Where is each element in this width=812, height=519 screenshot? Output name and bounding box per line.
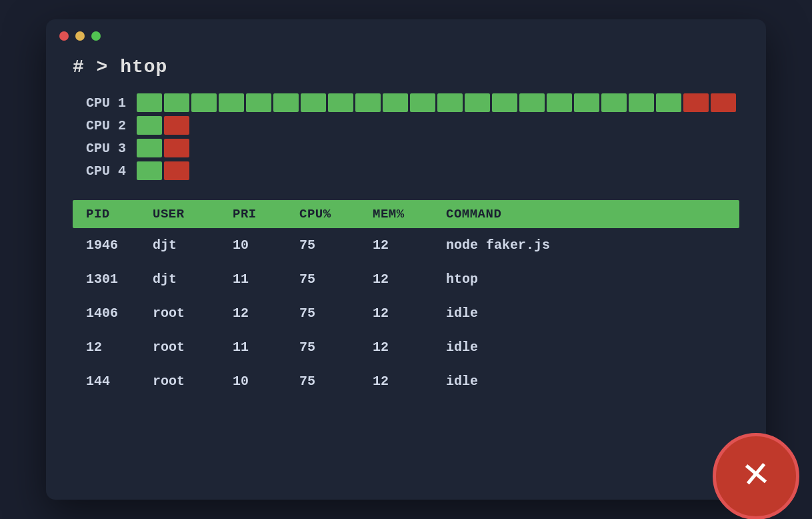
cell-pid: 12 bbox=[73, 340, 153, 355]
bar-cell-green bbox=[219, 93, 244, 112]
table-row[interactable]: 144 root 10 75 12 idle bbox=[73, 364, 739, 398]
cpu-row-2: CPU 2 bbox=[73, 116, 739, 135]
cell-mem: 12 bbox=[373, 272, 446, 287]
bar-cell-green bbox=[273, 93, 299, 112]
cell-user: djt bbox=[153, 237, 233, 253]
cell-user: root bbox=[153, 374, 233, 389]
cell-pri: 12 bbox=[233, 306, 299, 321]
table-row[interactable]: 1946 djt 10 75 12 node faker.js bbox=[73, 228, 739, 262]
cell-pri: 10 bbox=[233, 374, 299, 389]
cell-command: idle bbox=[446, 340, 739, 355]
cell-pri: 11 bbox=[233, 272, 299, 287]
table-body: 1946 djt 10 75 12 node faker.js 1301 djt… bbox=[73, 228, 739, 398]
cell-cpu: 75 bbox=[299, 237, 373, 253]
bar-cell-green bbox=[355, 93, 381, 112]
cell-pid: 144 bbox=[73, 374, 153, 389]
bar-cell-green bbox=[191, 93, 217, 112]
bar-cell-red bbox=[164, 161, 189, 180]
cell-user: root bbox=[153, 306, 233, 321]
cpu-bar-4 bbox=[137, 161, 739, 180]
cell-command: idle bbox=[446, 374, 739, 389]
cpu-label-1: CPU 1 bbox=[73, 95, 126, 111]
table-header: PID USER PRI CPU% MEM% COMMAND bbox=[73, 200, 739, 228]
minimize-dot[interactable] bbox=[75, 31, 85, 41]
bar-cell-green bbox=[629, 93, 654, 112]
bar-cell-green bbox=[601, 93, 627, 112]
cell-cpu: 75 bbox=[299, 374, 373, 389]
header-mem: MEM% bbox=[373, 207, 446, 221]
cell-cpu: 75 bbox=[299, 272, 373, 287]
maximize-dot[interactable] bbox=[91, 31, 101, 41]
cpu-bar-2 bbox=[137, 116, 739, 135]
cell-pri: 11 bbox=[233, 340, 299, 355]
table-row[interactable]: 1406 root 12 75 12 idle bbox=[73, 296, 739, 330]
cell-mem: 12 bbox=[373, 374, 446, 389]
bar-cell-green bbox=[437, 93, 463, 112]
table-row[interactable]: 1301 djt 11 75 12 htop bbox=[73, 262, 739, 296]
bar-cell-green bbox=[164, 93, 189, 112]
cell-cpu: 75 bbox=[299, 306, 373, 321]
header-pid: PID bbox=[73, 207, 153, 221]
prompt-line: # > htop bbox=[73, 57, 739, 77]
cell-user: djt bbox=[153, 272, 233, 287]
error-x-icon: ✕ bbox=[741, 452, 771, 497]
error-overlay: ✕ bbox=[713, 433, 799, 519]
bar-cell-green bbox=[137, 139, 162, 157]
bar-cell-red bbox=[683, 93, 709, 112]
cpu-label-2: CPU 2 bbox=[73, 118, 126, 133]
table-row[interactable]: 12 root 11 75 12 idle bbox=[73, 330, 739, 364]
cell-mem: 12 bbox=[373, 237, 446, 253]
close-dot[interactable] bbox=[59, 31, 69, 41]
cell-user: root bbox=[153, 340, 233, 355]
bar-cell-green bbox=[328, 93, 353, 112]
bar-cell-red bbox=[164, 139, 189, 157]
terminal-window: # > htop CPU 1CPU 2CPU 3CPU 4 PID USER P… bbox=[46, 19, 766, 500]
cpu-row-3: CPU 3 bbox=[73, 139, 739, 157]
bar-cell-red bbox=[164, 116, 189, 135]
bar-cell-green bbox=[574, 93, 599, 112]
bar-cell-green bbox=[519, 93, 545, 112]
header-cpu: CPU% bbox=[299, 207, 373, 221]
cell-command: idle bbox=[446, 306, 739, 321]
cpu-bar-3 bbox=[137, 139, 739, 157]
cell-pid: 1406 bbox=[73, 306, 153, 321]
header-pri: PRI bbox=[233, 207, 299, 221]
cpu-row-4: CPU 4 bbox=[73, 161, 739, 180]
cpu-bar-1 bbox=[137, 93, 739, 112]
bar-cell-green bbox=[492, 93, 517, 112]
terminal-content: # > htop CPU 1CPU 2CPU 3CPU 4 PID USER P… bbox=[46, 50, 766, 418]
bar-cell-green bbox=[410, 93, 435, 112]
cell-pid: 1301 bbox=[73, 272, 153, 287]
bar-cell-green bbox=[137, 93, 162, 112]
cell-command: htop bbox=[446, 272, 739, 287]
bar-cell-green bbox=[547, 93, 572, 112]
cpu-row-1: CPU 1 bbox=[73, 93, 739, 112]
cpu-section: CPU 1CPU 2CPU 3CPU 4 bbox=[73, 93, 739, 180]
cell-pri: 10 bbox=[233, 237, 299, 253]
cpu-label-4: CPU 4 bbox=[73, 163, 126, 179]
cpu-label-3: CPU 3 bbox=[73, 141, 126, 156]
cell-cpu: 75 bbox=[299, 340, 373, 355]
cell-mem: 12 bbox=[373, 340, 446, 355]
bar-cell-green bbox=[383, 93, 408, 112]
titlebar bbox=[46, 19, 766, 50]
bar-cell-green bbox=[246, 93, 271, 112]
process-table: PID USER PRI CPU% MEM% COMMAND 1946 djt … bbox=[73, 200, 739, 398]
bar-cell-red bbox=[711, 93, 736, 112]
cell-mem: 12 bbox=[373, 306, 446, 321]
header-command: COMMAND bbox=[446, 207, 739, 221]
bar-cell-green bbox=[137, 116, 162, 135]
cell-command: node faker.js bbox=[446, 237, 739, 253]
cell-pid: 1946 bbox=[73, 237, 153, 253]
bar-cell-green bbox=[301, 93, 326, 112]
bar-cell-green bbox=[137, 161, 162, 180]
error-circle: ✕ bbox=[713, 433, 799, 519]
header-user: USER bbox=[153, 207, 233, 221]
bar-cell-green bbox=[465, 93, 490, 112]
bar-cell-green bbox=[656, 93, 681, 112]
